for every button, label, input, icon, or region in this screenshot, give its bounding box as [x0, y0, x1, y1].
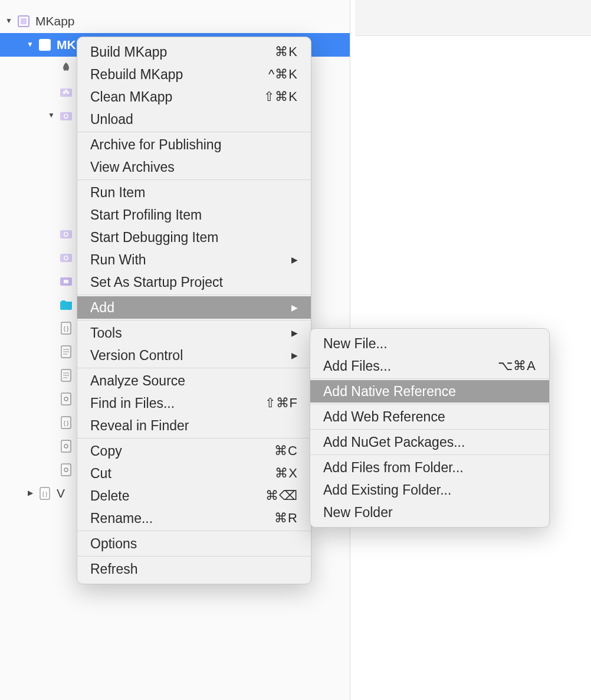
- svg-point-7: [65, 90, 68, 93]
- menu-item-start-debugging-item[interactable]: Start Debugging Item: [77, 226, 311, 248]
- menu-item-add[interactable]: Add ▶: [77, 296, 311, 319]
- submenu-item-new-file[interactable]: New File...: [310, 332, 549, 355]
- svg-rect-32: [61, 464, 71, 476]
- menu-item-rename[interactable]: Rename... ⌘R: [77, 507, 311, 529]
- svg-rect-30: [61, 440, 71, 452]
- menu-item-label: Cut: [90, 466, 111, 482]
- submenu-item-add-native-reference[interactable]: Add Native Reference: [310, 380, 549, 403]
- menu-item-version-control[interactable]: Version Control ▶: [77, 344, 311, 367]
- submenu-arrow-icon: ▶: [291, 303, 298, 312]
- menu-item-label: Add Existing Folder...: [323, 482, 451, 498]
- menu-item-label: Delete: [90, 488, 129, 504]
- menu-item-refresh[interactable]: Refresh: [77, 558, 311, 580]
- menu-separator: [77, 320, 311, 320]
- twisty-down-icon[interactable]: ▼: [26, 40, 34, 48]
- submenu-item-add-files[interactable]: Add Files... ⌥⌘A: [310, 355, 549, 377]
- menu-item-label: Add Files from Folder...: [323, 460, 464, 476]
- submenu-arrow-icon: ▶: [291, 351, 298, 360]
- menu-separator: [77, 556, 311, 557]
- menu-item-label: Rebuild MKapp: [90, 67, 183, 83]
- menu-item-label: Add Files...: [323, 358, 391, 374]
- menu-shortcut: ⌘⌫: [265, 488, 298, 503]
- menu-item-build-mkapp[interactable]: Build MKapp ⌘K: [77, 41, 311, 63]
- menu-item-unload[interactable]: Unload: [77, 108, 311, 130]
- twisty-icon[interactable]: ▼: [47, 111, 55, 119]
- menu-separator: [77, 295, 311, 295]
- svg-rect-8: [60, 112, 72, 120]
- submenu-item-new-folder[interactable]: New Folder: [310, 501, 549, 524]
- tree-item-icon: [59, 297, 73, 312]
- svg-rect-15: [64, 280, 68, 283]
- tree-item-icon: [59, 392, 73, 406]
- tree-item-icon: [59, 368, 73, 382]
- menu-item-copy[interactable]: Copy ⌘C: [77, 440, 311, 462]
- menu-item-label: Analyze Source: [90, 373, 185, 389]
- menu-shortcut: ⌘K: [275, 44, 298, 60]
- menu-item-find-in-files[interactable]: Find in Files... ⇧⌘F: [77, 392, 311, 414]
- menu-item-tools[interactable]: Tools ▶: [77, 322, 311, 344]
- tree-item-icon: [59, 463, 73, 477]
- submenu-item-add-files-from-folder[interactable]: Add Files from Folder...: [310, 456, 549, 479]
- menu-item-analyze-source[interactable]: Analyze Source: [77, 369, 311, 392]
- svg-text:{ }: { }: [64, 326, 69, 332]
- tree-item-icon: [59, 109, 73, 123]
- submenu-item-add-nuget-packages[interactable]: Add NuGet Packages...: [310, 431, 549, 453]
- menu-item-run-with[interactable]: Run With ▶: [77, 248, 311, 271]
- svg-rect-26: [61, 393, 71, 405]
- menu-item-label: Clean MKapp: [90, 89, 172, 105]
- svg-text:{ }: { }: [42, 491, 48, 497]
- add-submenu[interactable]: New File... Add Files... ⌥⌘A Add Native …: [310, 328, 550, 528]
- menu-shortcut: ⇧⌘K: [264, 89, 298, 104]
- menu-item-set-as-startup-project[interactable]: Set As Startup Project: [77, 271, 311, 293]
- twisty-down-icon[interactable]: ▼: [5, 17, 13, 25]
- menu-separator: [77, 368, 311, 368]
- twisty-icon[interactable]: ▶: [26, 489, 34, 497]
- project-context-menu[interactable]: Build MKapp ⌘K Rebuild MKapp ^⌘K Clean M…: [77, 37, 311, 584]
- solution-root-row[interactable]: ▼ MKapp: [0, 9, 350, 33]
- menu-shortcut: ⇧⌘F: [265, 395, 298, 411]
- menu-item-label: Add Native Reference: [323, 384, 456, 400]
- tree-item-icon: [59, 250, 73, 264]
- menu-item-rebuild-mkapp[interactable]: Rebuild MKapp ^⌘K: [77, 63, 311, 86]
- menu-item-label: Rename...: [90, 511, 153, 526]
- menu-item-start-profiling-item[interactable]: Start Profiling Item: [77, 204, 311, 226]
- menu-item-archive-for-publishing[interactable]: Archive for Publishing: [77, 133, 311, 156]
- submenu-item-add-existing-folder[interactable]: Add Existing Folder...: [310, 479, 549, 501]
- project-icon: [38, 38, 52, 52]
- menu-item-label: View Archives: [90, 159, 175, 175]
- menu-separator: [310, 429, 549, 430]
- submenu-arrow-icon: ▶: [291, 255, 298, 264]
- tree-item-icon: [59, 85, 73, 99]
- menu-item-label: Reveal in Finder: [90, 418, 189, 434]
- menu-item-label: Options: [90, 536, 137, 552]
- menu-item-label: Version Control: [90, 348, 183, 364]
- menu-separator: [77, 531, 311, 531]
- submenu-item-add-web-reference[interactable]: Add Web Reference: [310, 405, 549, 428]
- tree-item-icon: { }: [59, 416, 73, 430]
- menu-item-label: Set As Startup Project: [90, 274, 223, 290]
- menu-item-run-item[interactable]: Run Item: [77, 181, 311, 204]
- menu-item-label: Add Web Reference: [323, 409, 445, 425]
- menu-separator: [77, 179, 311, 180]
- menu-shortcut: ⌘X: [275, 466, 298, 481]
- menu-shortcut: ⌘C: [274, 443, 298, 459]
- menu-item-label: Add NuGet Packages...: [323, 434, 465, 450]
- menu-item-label: Find in Files...: [90, 395, 175, 411]
- menu-item-label: Refresh: [90, 561, 138, 577]
- menu-item-label: Start Debugging Item: [90, 230, 218, 246]
- menu-item-label: Run With: [90, 252, 146, 268]
- tree-item-icon: [59, 227, 73, 241]
- menu-item-cut[interactable]: Cut ⌘X: [77, 462, 311, 485]
- menu-shortcut: ⌥⌘A: [498, 358, 536, 374]
- tree-item-icon: [59, 345, 73, 359]
- menu-separator: [310, 404, 549, 404]
- svg-rect-1: [21, 18, 27, 24]
- menu-item-label: Tools: [90, 325, 122, 341]
- menu-item-options[interactable]: Options: [77, 532, 311, 555]
- menu-shortcut: ⌘R: [274, 511, 298, 526]
- menu-item-clean-mkapp[interactable]: Clean MKapp ⇧⌘K: [77, 86, 311, 108]
- menu-item-delete[interactable]: Delete ⌘⌫: [77, 485, 311, 507]
- menu-item-reveal-in-finder[interactable]: Reveal in Finder: [77, 414, 311, 437]
- menu-item-view-archives[interactable]: View Archives: [77, 156, 311, 178]
- menu-item-label: Add: [90, 300, 114, 316]
